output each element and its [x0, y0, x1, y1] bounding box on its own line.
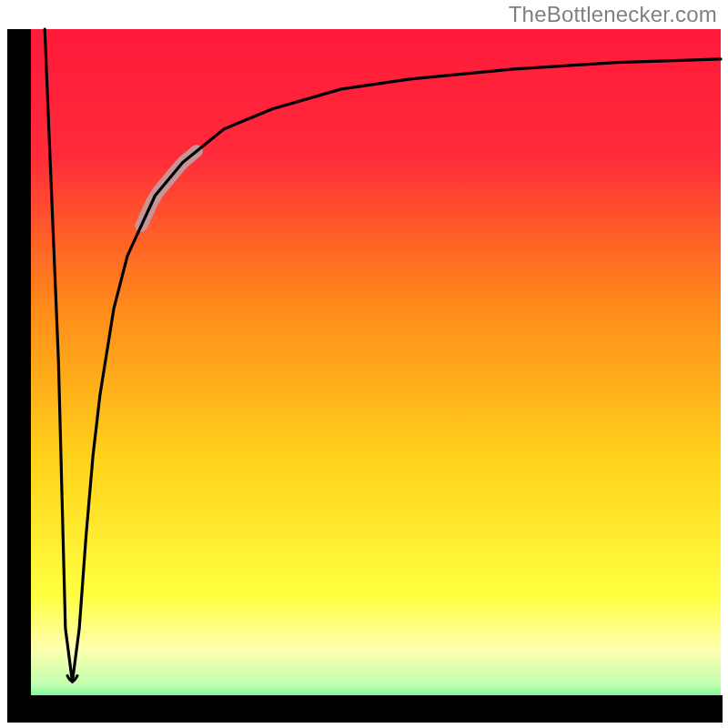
- plot-area: [7, 29, 723, 723]
- frame-bottom: [7, 695, 723, 723]
- chart-svg: [0, 0, 728, 728]
- frame-left: [7, 29, 31, 721]
- bottleneck-chart: TheBottlenecker.com: [0, 0, 728, 728]
- attribution-label: TheBottlenecker.com: [509, 2, 717, 27]
- gradient-background: [31, 29, 721, 719]
